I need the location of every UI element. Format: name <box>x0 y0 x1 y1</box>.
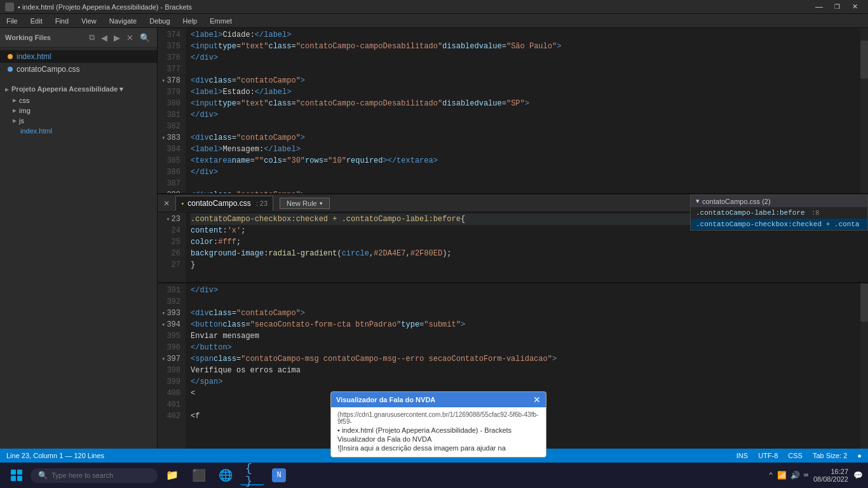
editor-area: 374 375 376 377 ▾378 379 380 381 382 ▾38… <box>158 28 868 449</box>
menu-help[interactable]: Help <box>177 14 204 27</box>
app-icon <box>5 3 14 11</box>
folder-js[interactable]: ▶ js <box>0 116 157 126</box>
folder-css[interactable]: ▶ css <box>0 95 157 105</box>
autocomplete-header-text: contatoCampo.css (2) <box>702 198 771 205</box>
nvda-toast: Visualizador da Fala do NVDA ✕ (https://… <box>330 391 546 458</box>
new-rule-label: New Rule <box>287 200 317 207</box>
search-icon: 🔍 <box>38 471 48 480</box>
folder-img[interactable]: ▶ img <box>0 105 157 116</box>
nvda-toast-url: (https://cdn1.gnarususercontent.com.br/1… <box>337 411 539 425</box>
sidebar-item-index-html[interactable]: index.html <box>0 50 157 63</box>
indentation-icon: ● <box>857 452 862 459</box>
insert-mode: INS <box>736 452 748 459</box>
folder-css-label: css <box>19 97 30 104</box>
network-icon[interactable]: 📶 <box>777 471 787 480</box>
menu-navigate[interactable]: Navigate <box>103 14 143 27</box>
line-numbers-bottom: 391 392 ▾393 ▾394 395 396 ▾397 398 399 4… <box>158 283 186 449</box>
sound-icon[interactable]: 🔊 <box>790 471 800 480</box>
chevron-right-icon: ▶ <box>5 86 9 93</box>
line-numbers-top: 374 375 376 377 ▾378 379 380 381 382 ▾38… <box>158 28 186 193</box>
sidebar: Working Files ⧉ ◀ ▶ ✕ 🔍 index.html conta… <box>0 28 158 449</box>
css-tab-line-num: : 23 <box>256 200 268 207</box>
css-tab-close-btn[interactable]: ✕ <box>161 198 172 208</box>
taskbar-search[interactable]: 🔍 <box>31 468 158 483</box>
sidebar-item-contato-css[interactable]: contatoCampo.css <box>0 63 157 76</box>
autocomplete-panel: ▾ contatoCampo.css (2) .contatoCampo-lab… <box>690 194 868 231</box>
taskbar-app-extra[interactable]: N <box>267 466 291 485</box>
filename-contato-css: contatoCampo.css <box>17 65 79 74</box>
encoding-label[interactable]: UTF-8 <box>758 452 778 459</box>
taskbar-app-brackets[interactable]: { } <box>240 465 264 485</box>
folder-img-arrow-icon: ▶ <box>13 107 17 114</box>
menu-find[interactable]: Find <box>49 14 75 27</box>
menu-view[interactable]: View <box>75 14 103 27</box>
css-dot <box>8 67 13 72</box>
autocomplete-count-1: :8 <box>811 210 819 217</box>
minimap-bottom <box>860 283 868 449</box>
minimize-button[interactable]: — <box>811 0 827 14</box>
modified-dot <box>8 54 13 59</box>
autocomplete-item-1[interactable]: .contatoCampo-label:before :8 <box>691 207 867 219</box>
sidebar-search-icon[interactable]: 🔍 <box>138 32 152 43</box>
css-editor-tab[interactable]: • contatoCampo.css : 23 <box>175 196 273 211</box>
sidebar-icon-btn-2[interactable]: ◀ <box>99 32 109 43</box>
window-title: • index.html (Projeto Apeperia Acessibil… <box>18 3 192 11</box>
menu-emmet[interactable]: Emmet <box>203 14 238 27</box>
folder-js-label: js <box>19 117 24 125</box>
new-rule-button[interactable]: New Rule ▾ <box>280 198 330 209</box>
clock-display[interactable]: 16:27 08/08/2022 <box>813 468 848 483</box>
sidebar-icon-btn-4[interactable]: ✕ <box>125 32 135 43</box>
tab-size-label[interactable]: Tab Size: 2 <box>813 452 847 459</box>
minimap-top <box>860 28 868 193</box>
code-lines-top[interactable]: <label>Cidade: </label> <input type="tex… <box>186 28 860 193</box>
nvda-toast-close-button[interactable]: ✕ <box>533 395 541 405</box>
project-name-label: Projeto Apeperia Acessibilidade ▾ <box>11 85 123 93</box>
sidebar-icon-btn-3[interactable]: ▶ <box>112 32 122 43</box>
nvda-toast-title: Visualizador da Fala do NVDA <box>336 396 435 403</box>
chevron-up-icon[interactable]: ⌃ <box>768 471 773 480</box>
filename-index-html: index.html <box>17 52 51 61</box>
maximize-button[interactable]: ❐ <box>829 0 845 14</box>
folder-img-label: img <box>19 107 31 114</box>
autocomplete-item-2[interactable]: .contatoCampo-checkbox:checked + .conta <box>691 219 867 230</box>
new-rule-dropdown-icon: ▾ <box>320 200 323 207</box>
close-button[interactable]: ✕ <box>846 0 863 14</box>
taskbar-search-input[interactable] <box>51 471 140 479</box>
folder-js-arrow-icon: ▶ <box>13 117 17 125</box>
project-header[interactable]: ▶ Projeto Apeperia Acessibilidade ▾ <box>0 83 157 95</box>
css-tab-filename: contatoCampo.css <box>187 199 250 208</box>
menu-file[interactable]: File <box>0 14 24 27</box>
menu-debug[interactable]: Debug <box>143 14 176 27</box>
taskbar-app-edge[interactable]: ⬛ <box>187 466 211 485</box>
autocomplete-label-2: .contatoCampo-checkbox:checked + .conta <box>696 220 859 228</box>
nvda-toast-line1: • index.html (Projeto Apeperia Acessibil… <box>337 426 539 434</box>
taskbar-app-chrome[interactable]: 🌐 <box>214 466 238 485</box>
taskbar-app-file-explorer[interactable]: 📁 <box>160 466 184 485</box>
autocomplete-label-1: .contatoCampo-label:before <box>696 209 805 217</box>
syntax-label[interactable]: CSS <box>788 452 803 459</box>
menu-edit[interactable]: Edit <box>24 14 49 27</box>
nvda-toast-line3: ![Insira aqui a descrição dessa imagem p… <box>337 444 539 452</box>
css-tab-modified-dot: • <box>181 200 184 207</box>
css-editor: ✕ • contatoCampo.css : 23 New Rule ▾ ▾23… <box>158 194 868 283</box>
folder-arrow-icon: ▶ <box>13 97 17 104</box>
nvda-toast-line2: Visualizador da Fala do NVDA <box>337 435 539 443</box>
file-tree-index-label: index.html <box>20 127 52 135</box>
notification-icon[interactable]: 💬 <box>853 471 863 480</box>
html-editor-top: 374 375 376 377 ▾378 379 380 381 382 ▾38… <box>158 28 868 194</box>
taskbar: 🔍 📁 ⬛ 🌐 { } N ⌃ 📶 🔊 ⌨ 16:27 08/08/2022 <box>0 463 868 488</box>
title-bar: • index.html (Projeto Apeperia Acessibil… <box>0 0 868 14</box>
menu-bar: File Edit Find View Navigate Debug Help … <box>0 14 868 28</box>
windows-start-button[interactable] <box>5 464 28 487</box>
keyboard-icon[interactable]: ⌨ <box>804 471 808 480</box>
file-tree-index-html[interactable]: index.html <box>0 126 157 136</box>
working-files-label: Working Files <box>5 34 51 41</box>
sidebar-icon-btn-1[interactable]: ⧉ <box>87 32 97 43</box>
cursor-position: Line 23, Column 1 — 120 Lines <box>6 452 104 459</box>
chevron-icon: ▾ <box>696 197 700 205</box>
line-numbers-css: ▾23 24 25 26 27 <box>158 212 186 282</box>
